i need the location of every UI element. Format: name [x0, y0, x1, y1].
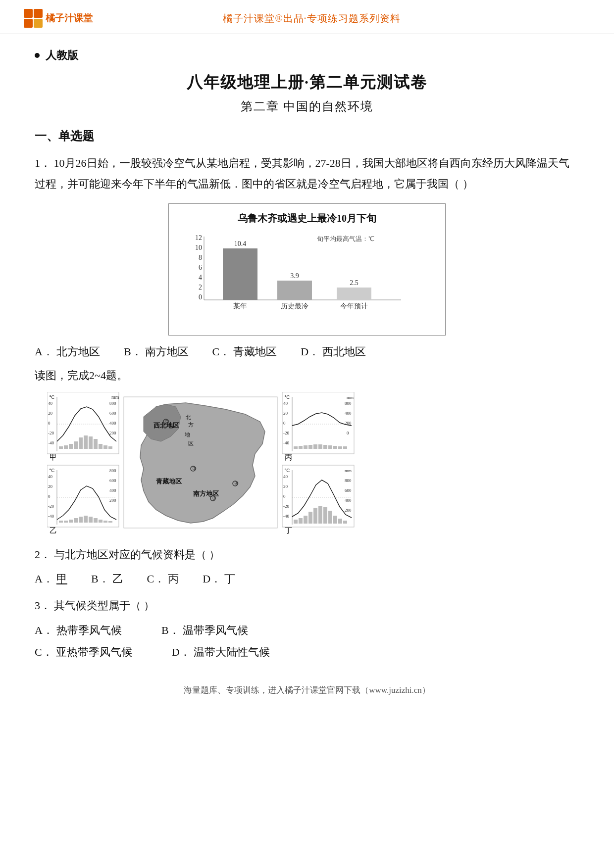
svg-text:乙: 乙	[50, 527, 57, 534]
svg-text:3.9: 3.9	[290, 272, 299, 280]
svg-text:200: 200	[345, 421, 352, 426]
svg-rect-0	[24, 9, 33, 18]
svg-text:北: 北	[186, 414, 191, 420]
svg-text:10: 10	[195, 244, 202, 251]
svg-text:200: 200	[345, 508, 352, 513]
option-2-C: C． 丙	[147, 572, 179, 586]
svg-rect-65	[74, 518, 78, 523]
svg-rect-135	[318, 506, 322, 524]
question-1: 1． 10月26日始，一股较强冷空气从某地启程，受其影响，27-28日，我国大部…	[35, 153, 579, 359]
question-2-number: 2．	[35, 548, 51, 561]
question-3-number: 3．	[35, 599, 51, 612]
svg-text:0: 0	[283, 494, 286, 499]
svg-rect-130	[294, 520, 298, 524]
svg-text:③: ③	[212, 495, 216, 501]
svg-text:600: 600	[109, 411, 116, 416]
main-content: 人教版 八年级地理上册·第二单元测试卷 第二章 中国的自然环境 一、单选题 1．…	[0, 34, 614, 716]
question-2-text: 2． 与北方地区对应的气候资料是（ ）	[35, 544, 579, 565]
svg-rect-15	[277, 281, 312, 300]
svg-text:-40: -40	[283, 514, 289, 519]
svg-rect-139	[338, 519, 342, 524]
question-3: 3． 其气候类型属于（ ） A． 热带季风气候 B． 温带季风气候 C． 亚热带…	[35, 595, 579, 660]
question-2: 2． 与北方地区对应的气候资料是（ ） A． 甲 B． 乙 C． 丙 D． 丁	[35, 544, 579, 587]
svg-rect-44	[94, 439, 98, 449]
option-3-D: D． 温带大陆性气候	[172, 645, 270, 660]
svg-rect-111	[328, 445, 332, 449]
svg-rect-114	[343, 446, 347, 449]
svg-text:8: 8	[199, 254, 202, 261]
svg-rect-110	[323, 445, 327, 449]
svg-text:℃: ℃	[49, 394, 54, 400]
svg-rect-72	[108, 521, 112, 523]
svg-rect-70	[99, 520, 102, 523]
svg-text:0: 0	[347, 431, 349, 435]
svg-text:400: 400	[109, 421, 116, 426]
bar-chart-box: 乌鲁木齐或遇史上最冷10月下旬 12 10 8 6 4 2 0	[168, 203, 446, 336]
question-3-text: 3． 其气候类型属于（ ）	[35, 595, 579, 616]
svg-text:0: 0	[283, 421, 286, 426]
svg-rect-2	[24, 19, 33, 28]
svg-text:①: ①	[165, 419, 169, 424]
svg-rect-37	[59, 446, 63, 449]
svg-text:②: ②	[192, 466, 197, 471]
svg-rect-1	[34, 9, 43, 18]
logo-area: 橘子汁课堂	[24, 9, 93, 28]
svg-rect-112	[333, 446, 337, 449]
svg-rect-132	[304, 516, 307, 524]
svg-rect-64	[69, 520, 73, 523]
svg-text:800: 800	[345, 401, 352, 406]
svg-rect-116	[282, 465, 354, 527]
svg-rect-43	[89, 436, 93, 449]
svg-rect-47	[108, 446, 112, 449]
page-footer: 海量题库、专项训练，进入橘子汁课堂官网下载（www.juzizhi.cn）	[35, 679, 579, 696]
option-2-A: A． 甲	[35, 572, 67, 586]
svg-text:2: 2	[199, 284, 202, 291]
svg-rect-45	[99, 444, 102, 449]
svg-rect-113	[338, 446, 342, 449]
read-instruction: 读图，完成2~4题。	[35, 368, 579, 383]
option-1-A: A． 北方地区	[35, 344, 100, 359]
edition-dot	[35, 53, 40, 58]
svg-text:℃: ℃	[284, 394, 290, 400]
svg-rect-69	[94, 518, 98, 523]
svg-rect-71	[103, 521, 107, 523]
svg-text:-40: -40	[48, 440, 54, 445]
svg-text:40: 40	[283, 474, 288, 479]
svg-text:-40: -40	[283, 440, 289, 445]
svg-text:200: 200	[109, 431, 116, 435]
svg-text:℃: ℃	[49, 468, 54, 473]
svg-rect-68	[89, 517, 93, 523]
option-1-C: C． 青藏地区	[212, 344, 277, 359]
question-1-body: 10月26日始，一股较强冷空气从某地启程，受其影响，27-28日，我国大部地区将…	[35, 157, 569, 190]
bar-chart-svg-wrap: 12 10 8 6 4 2 0 10.4	[178, 229, 436, 328]
svg-text:40: 40	[48, 401, 53, 406]
edition-text: 人教版	[46, 48, 78, 63]
svg-text:区: 区	[188, 440, 194, 446]
svg-rect-38	[64, 445, 68, 449]
svg-text:12: 12	[195, 234, 202, 241]
svg-text:20: 20	[48, 484, 53, 489]
svg-text:方: 方	[188, 422, 194, 428]
svg-rect-39	[69, 444, 73, 449]
svg-rect-23	[47, 392, 119, 454]
section1-title: 一、单选题	[35, 128, 579, 144]
svg-text:历史最冷: 历史最冷	[281, 302, 308, 310]
svg-rect-62	[59, 521, 63, 523]
svg-rect-41	[79, 437, 83, 449]
svg-rect-108	[313, 444, 317, 449]
main-title: 八年级地理上册·第二单元测试卷	[35, 72, 579, 94]
svg-rect-17	[337, 288, 371, 300]
svg-text:丁: 丁	[285, 527, 292, 534]
svg-text:600: 600	[109, 478, 116, 483]
svg-text:丙: 丙	[285, 453, 292, 461]
svg-rect-106	[304, 445, 307, 449]
option-3-C: C． 亚热带季风气候	[35, 645, 132, 660]
svg-rect-13	[223, 248, 257, 300]
svg-text:20: 20	[48, 411, 53, 416]
svg-text:40: 40	[48, 474, 53, 479]
svg-text:0: 0	[48, 421, 51, 426]
svg-text:40: 40	[283, 401, 288, 406]
chart-title: 乌鲁木齐或遇史上最冷10月下旬	[178, 212, 436, 225]
svg-text:℃: ℃	[284, 468, 290, 473]
svg-rect-133	[308, 512, 312, 524]
